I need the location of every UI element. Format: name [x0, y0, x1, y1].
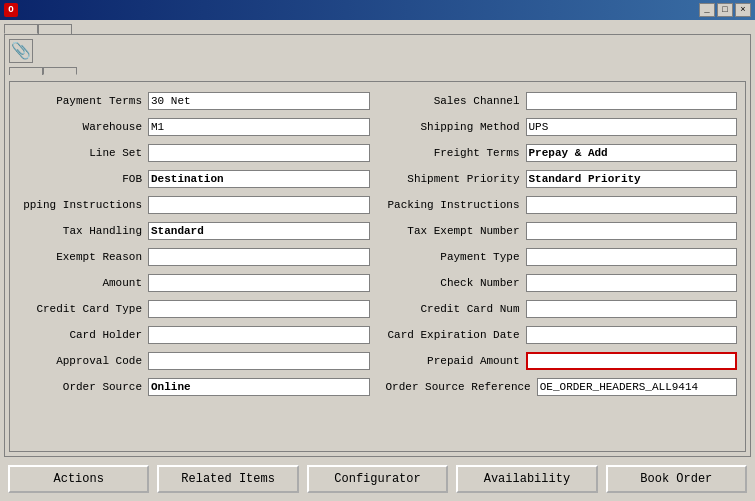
- field-input[interactable]: [148, 170, 370, 188]
- field-input[interactable]: [148, 196, 370, 214]
- field-label: Sales Channel: [386, 95, 526, 107]
- field-label: Exempt Reason: [18, 251, 148, 263]
- field-input[interactable]: [148, 378, 370, 396]
- field-label: Payment Terms: [18, 95, 148, 107]
- field-input[interactable]: [526, 274, 738, 292]
- left-form-row: Exempt Reason: [18, 246, 370, 268]
- related-items-button[interactable]: Related Items: [157, 465, 298, 493]
- field-input[interactable]: [148, 300, 370, 318]
- main-container: 📎 Payment TermsWarehouseLine SetFOBpping…: [0, 20, 755, 501]
- field-input[interactable]: [526, 118, 738, 136]
- field-label: Shipment Priority: [386, 173, 526, 185]
- left-form-row: pping Instructions: [18, 194, 370, 216]
- left-form-row: Line Set: [18, 142, 370, 164]
- field-label: pping Instructions: [18, 199, 148, 211]
- field-input[interactable]: [526, 352, 738, 370]
- field-input[interactable]: [148, 352, 370, 370]
- attach-button[interactable]: 📎: [9, 39, 33, 63]
- actions-button[interactable]: Actions: [8, 465, 149, 493]
- field-label: Card Expiration Date: [386, 329, 526, 341]
- field-label: Packing Instructions: [386, 199, 526, 211]
- field-label: Shipping Method: [386, 121, 526, 133]
- field-input[interactable]: [526, 92, 738, 110]
- field-input[interactable]: [148, 326, 370, 344]
- field-input[interactable]: [526, 222, 738, 240]
- right-form-row: Card Expiration Date: [386, 324, 738, 346]
- right-column: Sales ChannelShipping MethodFreight Term…: [386, 90, 738, 443]
- toolbar-row: 📎: [9, 39, 746, 63]
- field-label: Tax Handling: [18, 225, 148, 237]
- field-label: Credit Card Num: [386, 303, 526, 315]
- left-column: Payment TermsWarehouseLine SetFOBpping I…: [18, 90, 370, 443]
- left-form-row: Credit Card Type: [18, 298, 370, 320]
- field-input[interactable]: [526, 300, 738, 318]
- content-area: 📎 Payment TermsWarehouseLine SetFOBpping…: [4, 34, 751, 457]
- field-label: Freight Terms: [386, 147, 526, 159]
- right-form-row: Prepaid Amount: [386, 350, 738, 372]
- right-form-row: Packing Instructions: [386, 194, 738, 216]
- book-order-button[interactable]: Book Order: [606, 465, 747, 493]
- field-label: Prepaid Amount: [386, 355, 526, 367]
- field-label: Line Set: [18, 147, 148, 159]
- maximize-button[interactable]: □: [717, 3, 733, 17]
- field-input[interactable]: [148, 248, 370, 266]
- right-form-row: Shipment Priority: [386, 168, 738, 190]
- field-label: Credit Card Type: [18, 303, 148, 315]
- field-label: Tax Exempt Number: [386, 225, 526, 237]
- tab-others[interactable]: [43, 67, 77, 75]
- field-input[interactable]: [148, 92, 370, 110]
- tab-main[interactable]: [9, 67, 43, 75]
- field-input[interactable]: [526, 170, 738, 188]
- left-form-row: Tax Handling: [18, 220, 370, 242]
- field-input[interactable]: [148, 144, 370, 162]
- left-form-row: Approval Code: [18, 350, 370, 372]
- field-input[interactable]: [526, 196, 738, 214]
- top-tabs: [4, 24, 751, 34]
- field-label: Approval Code: [18, 355, 148, 367]
- right-form-row: Tax Exempt Number: [386, 220, 738, 242]
- left-form-row: Card Holder: [18, 324, 370, 346]
- right-form-row: Freight Terms: [386, 142, 738, 164]
- availability-button[interactable]: Availability: [456, 465, 597, 493]
- field-input[interactable]: [148, 274, 370, 292]
- close-button[interactable]: ×: [735, 3, 751, 17]
- app-icon: O: [4, 3, 18, 17]
- field-input[interactable]: [537, 378, 737, 396]
- field-input[interactable]: [148, 222, 370, 240]
- right-form-row: Check Number: [386, 272, 738, 294]
- field-input[interactable]: [526, 248, 738, 266]
- tab-order-information[interactable]: [4, 24, 38, 34]
- minimize-button[interactable]: _: [699, 3, 715, 17]
- right-form-row: Shipping Method: [386, 116, 738, 138]
- sub-tabs: [9, 67, 746, 75]
- tab-line-items[interactable]: [38, 24, 72, 34]
- right-form-row: Credit Card Num: [386, 298, 738, 320]
- left-form-row: Warehouse: [18, 116, 370, 138]
- left-form-row: Amount: [18, 272, 370, 294]
- field-label: Card Holder: [18, 329, 148, 341]
- left-form-row: Order Source: [18, 376, 370, 398]
- bottom-buttons: ActionsRelated ItemsConfiguratorAvailabi…: [4, 457, 751, 497]
- field-label: Check Number: [386, 277, 526, 289]
- attach-icon: 📎: [11, 41, 31, 61]
- field-input[interactable]: [526, 144, 738, 162]
- configurator-button[interactable]: Configurator: [307, 465, 448, 493]
- field-label: Order Source: [18, 381, 148, 393]
- title-bar: O _ □ ×: [0, 0, 755, 20]
- left-form-row: FOB: [18, 168, 370, 190]
- field-label: Order Source Reference: [386, 381, 537, 393]
- form-area: Payment TermsWarehouseLine SetFOBpping I…: [9, 81, 746, 452]
- field-input[interactable]: [148, 118, 370, 136]
- field-label: Amount: [18, 277, 148, 289]
- left-form-row: Payment Terms: [18, 90, 370, 112]
- right-form-row: Order Source Reference: [386, 376, 738, 398]
- right-form-row: Payment Type: [386, 246, 738, 268]
- field-input[interactable]: [526, 326, 738, 344]
- right-form-row: Sales Channel: [386, 90, 738, 112]
- field-label: FOB: [18, 173, 148, 185]
- field-label: Payment Type: [386, 251, 526, 263]
- field-label: Warehouse: [18, 121, 148, 133]
